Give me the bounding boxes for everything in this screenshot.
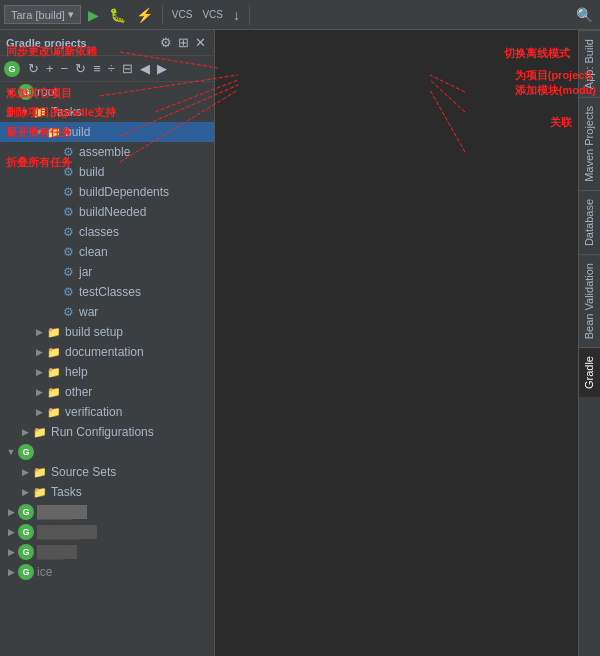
debug-button[interactable]: 🐛 xyxy=(106,4,129,26)
expand-gradle3[interactable] xyxy=(4,505,18,519)
tab-maven[interactable]: Maven Projects xyxy=(579,97,600,190)
remove-btn[interactable]: − xyxy=(58,59,72,78)
tree-item-gradle2[interactable]: G xyxy=(0,442,214,462)
expand-gradle4[interactable] xyxy=(4,525,18,539)
other-label: other xyxy=(65,385,92,399)
next-btn[interactable]: ▶ xyxy=(154,59,170,78)
gradle-panel: Gradle projects ⚙ ⊞ ✕ G ↻ + − ↻ ≡ ÷ ⊟ ◀ … xyxy=(0,30,215,656)
run-config-label: Run Configurations xyxy=(51,425,154,439)
tree-item-clean[interactable]: clean xyxy=(0,242,214,262)
expand-documentation[interactable] xyxy=(32,345,46,359)
documentation-folder-icon xyxy=(46,344,62,360)
expand-build[interactable] xyxy=(32,125,46,139)
expand-gradle2[interactable] xyxy=(4,445,18,459)
top-toolbar: Tara [build] ▾ ▶ 🐛 ⚡ VCS VCS ↓ 🔍 xyxy=(0,0,600,30)
expand-build-setup[interactable] xyxy=(32,325,46,339)
tree-item-gradle4[interactable]: G ▓▓▓▓▓ xyxy=(0,522,214,542)
tree-item-verification[interactable]: verification xyxy=(0,402,214,422)
tab-gradle[interactable]: Gradle xyxy=(579,347,600,397)
vcs-push-button[interactable]: ↓ xyxy=(230,4,243,26)
reimport-btn[interactable]: ↻ xyxy=(72,59,89,78)
gradle4-icon: G xyxy=(18,524,34,540)
run-config-dropdown[interactable]: Tara [build] ▾ xyxy=(4,5,81,24)
gradle6-icon: G xyxy=(18,564,34,580)
add-btn[interactable]: + xyxy=(43,59,57,78)
expand-tasks[interactable] xyxy=(18,105,32,119)
expand-help[interactable] xyxy=(32,365,46,379)
tree-item-jar[interactable]: jar xyxy=(0,262,214,282)
group-modules-btn[interactable]: ⊟ xyxy=(119,59,136,78)
tree-item-source-sets[interactable]: Source Sets xyxy=(0,462,214,482)
settings-icon-btn[interactable]: ⚙ xyxy=(158,33,174,52)
tab-database[interactable]: Database xyxy=(579,190,600,254)
classes-label: classes xyxy=(79,225,119,239)
expand-run-config[interactable] xyxy=(18,425,32,439)
expand-gradle6[interactable] xyxy=(4,565,18,579)
search-button[interactable]: 🔍 xyxy=(573,4,596,26)
vcs-commit-button[interactable]: VCS xyxy=(199,6,226,23)
close-icon-btn[interactable]: ✕ xyxy=(193,33,208,52)
expand-verification[interactable] xyxy=(32,405,46,419)
toolbar-separator-2 xyxy=(249,5,250,25)
prev-btn[interactable]: ◀ xyxy=(137,59,153,78)
collapse-all-btn[interactable]: ÷ xyxy=(105,59,118,78)
tree-item-build-task[interactable]: build xyxy=(0,162,214,182)
expand-root[interactable] xyxy=(4,85,18,99)
expand-all-btn[interactable]: ≡ xyxy=(90,59,104,78)
tab-bean-validation[interactable]: Bean Validation xyxy=(579,254,600,347)
refresh-btn[interactable]: ↻ xyxy=(25,59,42,78)
war-icon xyxy=(60,304,76,320)
tree-item-build-setup[interactable]: build setup xyxy=(0,322,214,342)
classes-icon xyxy=(60,224,76,240)
tree-item-tasks2[interactable]: Tasks xyxy=(0,482,214,502)
panel-header-actions: ⚙ ⊞ ✕ xyxy=(158,33,208,52)
tasks-folder-icon xyxy=(32,104,48,120)
main-container: Gradle projects ⚙ ⊞ ✕ G ↻ + − ↻ ≡ ÷ ⊟ ◀ … xyxy=(0,30,600,656)
tree-item-documentation[interactable]: documentation xyxy=(0,342,214,362)
gradle5-icon: G xyxy=(18,544,34,560)
expand-source-sets[interactable] xyxy=(18,465,32,479)
expand-gradle5[interactable] xyxy=(4,545,18,559)
tree-item-root[interactable]: G root xyxy=(0,82,214,102)
vcs-update-button[interactable]: VCS xyxy=(169,6,196,23)
tree-item-build-dependents[interactable]: buildDependents xyxy=(0,182,214,202)
tree-item-assemble[interactable]: assemble xyxy=(0,142,214,162)
tree-item-build-needed[interactable]: buildNeeded xyxy=(0,202,214,222)
build-task-icon xyxy=(60,164,76,180)
tree-item-build-group[interactable]: build xyxy=(0,122,214,142)
tasks2-label: Tasks xyxy=(51,485,82,499)
source-sets-folder-icon xyxy=(32,464,48,480)
tree-item-tasks[interactable]: Tasks xyxy=(0,102,214,122)
clean-icon xyxy=(60,244,76,260)
expand-tasks2[interactable] xyxy=(18,485,32,499)
expand-icon-btn[interactable]: ⊞ xyxy=(176,33,191,52)
tab-app-build[interactable]: App: Build xyxy=(579,30,600,97)
tree-item-classes[interactable]: classes xyxy=(0,222,214,242)
build-needed-label: buildNeeded xyxy=(79,205,146,219)
tree-container[interactable]: G root Tasks build assemble xyxy=(0,82,214,656)
build-needed-icon xyxy=(60,204,76,220)
jar-label: jar xyxy=(79,265,92,279)
run-with-coverage-button[interactable]: ⚡ xyxy=(133,4,156,26)
run-button[interactable]: ▶ xyxy=(85,4,102,26)
gradle2-icon: G xyxy=(18,444,34,460)
war-label: war xyxy=(79,305,98,319)
gradle3-icon: G xyxy=(18,504,34,520)
tree-item-war[interactable]: war xyxy=(0,302,214,322)
run-config-folder-icon xyxy=(32,424,48,440)
expand-other[interactable] xyxy=(32,385,46,399)
build-task-label: build xyxy=(79,165,104,179)
right-tabs: App: Build Maven Projects Database Bean … xyxy=(578,30,600,656)
tree-item-gradle3[interactable]: G ▓▓▓▓ xyxy=(0,502,214,522)
tree-item-test-classes[interactable]: testClasses xyxy=(0,282,214,302)
tree-item-gradle6[interactable]: G ice xyxy=(0,562,214,582)
tree-item-run-config[interactable]: Run Configurations xyxy=(0,422,214,442)
other-folder-icon xyxy=(46,384,62,400)
panel-header: Gradle projects ⚙ ⊞ ✕ xyxy=(0,30,214,56)
root-label: root xyxy=(37,85,58,99)
tasks2-folder-icon xyxy=(32,484,48,500)
tree-item-help[interactable]: help xyxy=(0,362,214,382)
tree-item-other[interactable]: other xyxy=(0,382,214,402)
tree-item-gradle5[interactable]: G ▓▓▓ xyxy=(0,542,214,562)
test-classes-icon xyxy=(60,284,76,300)
